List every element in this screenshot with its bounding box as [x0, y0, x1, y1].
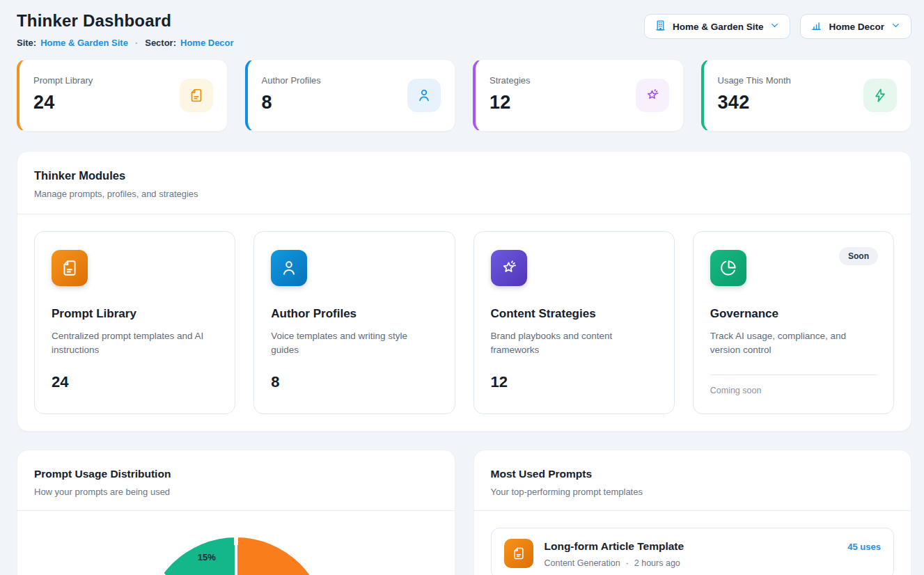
stat-card-strategies[interactable]: Strategies 12	[473, 59, 684, 132]
coming-soon-text: Coming soon	[710, 386, 877, 395]
module-count: 12	[491, 373, 657, 391]
header-actions: Home & Garden Site Home Decor	[644, 14, 911, 39]
breadcrumb: Site: Home & Garden Site · Sector: Home …	[17, 38, 234, 48]
module-description: Voice templates and writing style guides	[271, 329, 437, 358]
stat-label: Prompt Library	[33, 75, 93, 86]
donut-chart-ring[interactable]: 15%	[146, 537, 327, 575]
stat-value: 8	[262, 92, 321, 113]
module-title: Author Profiles	[271, 307, 437, 321]
stat-value: 24	[33, 92, 93, 113]
modules-panel-title: Thinker Modules	[34, 169, 894, 182]
header-titles: Thinker Dashboard Site: Home & Garden Si…	[17, 11, 234, 48]
prompt-title: Long-form Article Template	[545, 540, 837, 553]
stat-value: 12	[490, 92, 531, 113]
module-description: Track AI usage, compliance, and version …	[710, 329, 877, 358]
stat-card-author-profiles[interactable]: Author Profiles 8	[245, 59, 456, 132]
prompt-meta: Content Generation · 2 hours ago	[545, 558, 837, 568]
meta-separator: ·	[626, 558, 629, 568]
dashboard-page: Thinker Dashboard Site: Home & Garden Si…	[0, 0, 924, 575]
most-used-prompts-card: Most Used Prompts Your top-performing pr…	[473, 450, 912, 575]
modules-grid: Prompt Library Centralized prompt templa…	[34, 231, 894, 414]
stat-card-prompt-library[interactable]: Prompt Library 24	[17, 59, 228, 132]
sparkle-star-icon	[636, 79, 669, 112]
module-card-governance[interactable]: Soon Governance Track AI usage, complian…	[693, 231, 894, 414]
module-description: Centralized prompt templates and AI inst…	[52, 329, 218, 358]
stat-card-usage[interactable]: Usage This Month 342	[701, 59, 912, 132]
module-title: Content Strategies	[491, 307, 657, 321]
prompts-card-subtitle: Your top-performing prompt templates	[491, 487, 895, 497]
stat-label: Author Profiles	[262, 75, 321, 86]
module-count: 8	[271, 373, 437, 391]
module-title: Prompt Library	[52, 307, 218, 321]
site-dropdown-label: Home & Garden Site	[673, 22, 764, 32]
module-card-prompt-library[interactable]: Prompt Library Centralized prompt templa…	[34, 231, 235, 414]
module-description: Brand playbooks and content frameworks	[491, 329, 657, 358]
sector-link[interactable]: Home Decor	[180, 38, 234, 48]
module-card-author-profiles[interactable]: Author Profiles Voice templates and writ…	[253, 231, 455, 414]
prompts-card-title: Most Used Prompts	[491, 468, 895, 480]
prompt-time: 2 hours ago	[634, 558, 680, 568]
bar-chart-icon	[811, 19, 822, 33]
breadcrumb-separator: ·	[135, 38, 138, 48]
modules-panel-subtitle: Manage prompts, profiles, and strategies	[34, 189, 894, 199]
site-dropdown[interactable]: Home & Garden Site	[644, 14, 791, 39]
donut-chart: 15%	[17, 510, 455, 575]
stat-label: Strategies	[490, 75, 531, 86]
thinker-modules-panel: Thinker Modules Manage prompts, profiles…	[17, 151, 911, 432]
file-icon	[180, 79, 213, 112]
building-icon	[655, 19, 666, 33]
chart-card-title: Prompt Usage Distribution	[34, 468, 438, 480]
user-icon	[407, 79, 441, 112]
page-title: Thinker Dashboard	[17, 11, 234, 31]
chevron-down-icon	[891, 20, 901, 33]
sector-label: Sector:	[145, 38, 176, 48]
divider	[710, 375, 877, 375]
module-card-content-strategies[interactable]: Content Strategies Brand playbooks and c…	[473, 231, 675, 414]
prompt-category: Content Generation	[545, 558, 620, 568]
chart-card-subtitle: How your prompts are being used	[34, 487, 438, 497]
donut-segment-label: 15%	[190, 552, 224, 562]
usage-distribution-card: Prompt Usage Distribution How your promp…	[17, 450, 455, 575]
page-header: Thinker Dashboard Site: Home & Garden Si…	[17, 11, 911, 48]
chevron-down-icon	[769, 20, 780, 33]
site-link[interactable]: Home & Garden Site	[40, 38, 128, 48]
module-title: Governance	[710, 307, 877, 321]
list-item[interactable]: Long-form Article Template Content Gener…	[491, 528, 895, 575]
user-icon	[271, 250, 307, 286]
file-icon	[52, 250, 88, 286]
stat-value: 342	[718, 92, 791, 113]
sector-dropdown-label: Home Decor	[829, 22, 884, 32]
bottom-row: Prompt Usage Distribution How your promp…	[17, 450, 911, 575]
stats-row: Prompt Library 24 Author Profiles 8 Stra…	[17, 59, 911, 132]
zap-icon	[863, 79, 897, 112]
sector-dropdown[interactable]: Home Decor	[800, 14, 911, 39]
site-label: Site:	[17, 38, 36, 48]
pie-chart-icon	[710, 250, 746, 286]
module-count: 24	[52, 373, 218, 391]
sparkle-star-icon	[491, 250, 527, 286]
soon-badge: Soon	[839, 247, 878, 265]
file-icon	[504, 539, 533, 568]
stat-label: Usage This Month	[718, 75, 791, 86]
uses-badge: 45 uses	[847, 542, 881, 552]
